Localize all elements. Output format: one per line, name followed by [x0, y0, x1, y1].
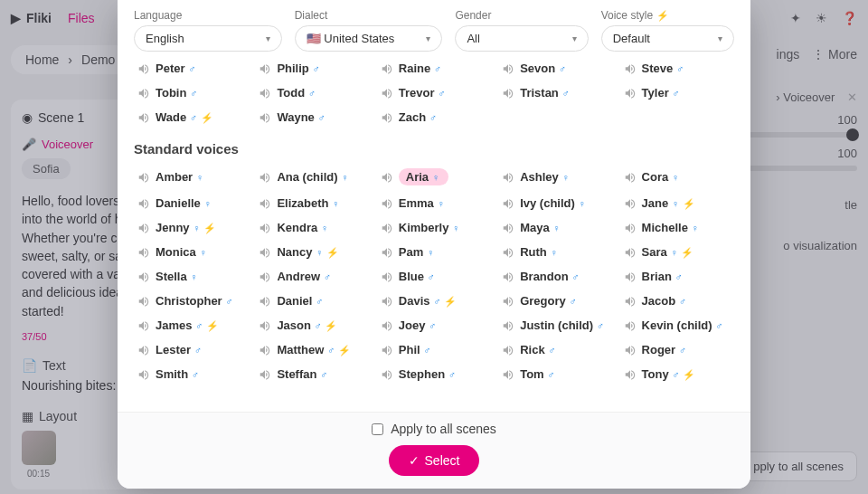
- voice-jacob[interactable]: Jacob ♂: [620, 291, 734, 310]
- voice-tom[interactable]: Tom ♂: [498, 365, 612, 384]
- voice-michelle[interactable]: Michelle ♀: [620, 218, 734, 237]
- voice-brian[interactable]: Brian ♂: [620, 267, 734, 286]
- dialect-label: Dialect: [295, 9, 443, 22]
- voice-andrew[interactable]: Andrew ♂: [255, 267, 369, 286]
- voice-philip[interactable]: Philip ♂: [255, 59, 369, 78]
- voice-matthew[interactable]: Matthew ♂ ⚡: [255, 340, 369, 359]
- voice-trevor[interactable]: Trevor ♂: [377, 83, 491, 102]
- voice-raine[interactable]: Raine ♂: [377, 59, 491, 78]
- voice-wayne[interactable]: Wayne ♂: [255, 108, 369, 127]
- voice-lester[interactable]: Lester ♂: [134, 340, 248, 359]
- voice-sevon[interactable]: Sevon ♂: [498, 59, 612, 78]
- voice-tony[interactable]: Tony ♂ ⚡: [620, 365, 734, 384]
- voice-steve[interactable]: Steve ♂: [620, 59, 734, 78]
- voice-smith[interactable]: Smith ♂: [134, 365, 248, 384]
- voice-ashley[interactable]: Ashley ♀: [498, 166, 612, 188]
- voice-tristan[interactable]: Tristan ♂: [498, 83, 612, 102]
- voice-todd[interactable]: Todd ♂: [255, 83, 369, 102]
- voice-phil[interactable]: Phil ♂: [377, 340, 491, 359]
- voice-rick[interactable]: Rick ♂: [498, 340, 612, 359]
- voice-justin-child-[interactable]: Justin (child) ♂: [498, 316, 612, 335]
- voice-danielle[interactable]: Danielle ♀: [134, 194, 248, 213]
- voice-brandon[interactable]: Brandon ♂: [498, 267, 612, 286]
- voice-maya[interactable]: Maya ♀: [498, 218, 612, 237]
- apply-all-checkbox[interactable]: Apply to all scenes: [134, 422, 734, 436]
- voice-kimberly[interactable]: Kimberly ♀: [377, 218, 491, 237]
- voice-wade[interactable]: Wade ♂ ⚡: [134, 108, 248, 127]
- language-label: Language: [134, 9, 282, 22]
- voice-elizabeth[interactable]: Elizabeth ♀: [255, 194, 369, 213]
- voice-nancy[interactable]: Nancy ♀ ⚡: [255, 242, 369, 261]
- voice-aria[interactable]: Aria ♀: [377, 166, 491, 188]
- voice-zach[interactable]: Zach ♂: [377, 108, 491, 127]
- voice-blue[interactable]: Blue ♂: [377, 267, 491, 286]
- gender-select[interactable]: All▾: [455, 25, 588, 52]
- voice-steffan[interactable]: Steffan ♂: [255, 365, 369, 384]
- voice-sara[interactable]: Sara ♀ ⚡: [620, 242, 734, 261]
- voice-stella[interactable]: Stella ♀: [134, 267, 248, 286]
- voice-ana-child-[interactable]: Ana (child) ♀: [255, 166, 369, 188]
- voice-gregory[interactable]: Gregory ♂: [498, 291, 612, 310]
- apply-all-input[interactable]: [372, 423, 383, 435]
- voice-jane[interactable]: Jane ♀ ⚡: [620, 194, 734, 213]
- style-label: Voice style ⚡: [601, 9, 734, 22]
- voice-roger[interactable]: Roger ♂: [620, 340, 734, 359]
- voice-kendra[interactable]: Kendra ♀: [255, 218, 369, 237]
- voice-amber[interactable]: Amber ♀: [134, 166, 248, 188]
- voice-jason[interactable]: Jason ♂ ⚡: [255, 316, 369, 335]
- voice-joey[interactable]: Joey ♂: [377, 316, 491, 335]
- voice-davis[interactable]: Davis ♂ ⚡: [377, 291, 491, 310]
- voice-picker-modal: Language English▾ Dialect 🇺🇸 United Stat…: [118, 0, 750, 489]
- standard-voices-header: Standard voices: [134, 141, 734, 157]
- voice-jenny[interactable]: Jenny ♀ ⚡: [134, 218, 248, 237]
- voice-emma[interactable]: Emma ♀: [377, 194, 491, 213]
- voice-james[interactable]: James ♂ ⚡: [134, 316, 248, 335]
- dialect-select[interactable]: 🇺🇸 United States▾: [295, 25, 443, 52]
- language-select[interactable]: English▾: [134, 25, 282, 52]
- voice-pam[interactable]: Pam ♀: [377, 242, 491, 261]
- voice-stephen[interactable]: Stephen ♂: [377, 365, 491, 384]
- voice-ivy-child-[interactable]: Ivy (child) ♀: [498, 194, 612, 213]
- voice-peter[interactable]: Peter ♂: [134, 59, 248, 78]
- voice-daniel[interactable]: Daniel ♂: [255, 291, 369, 310]
- voice-monica[interactable]: Monica ♀: [134, 242, 248, 261]
- style-select[interactable]: Default▾: [601, 25, 734, 52]
- voice-ruth[interactable]: Ruth ♀: [498, 242, 612, 261]
- voice-cora[interactable]: Cora ♀: [620, 166, 734, 188]
- voice-tobin[interactable]: Tobin ♂: [134, 83, 248, 102]
- voice-tyler[interactable]: Tyler ♂: [620, 83, 734, 102]
- voice-kevin-child-[interactable]: Kevin (child) ♂: [620, 316, 734, 335]
- voice-christopher[interactable]: Christopher ♂: [134, 291, 248, 310]
- select-button[interactable]: ✓ Select: [389, 445, 480, 476]
- gender-label: Gender: [455, 9, 588, 22]
